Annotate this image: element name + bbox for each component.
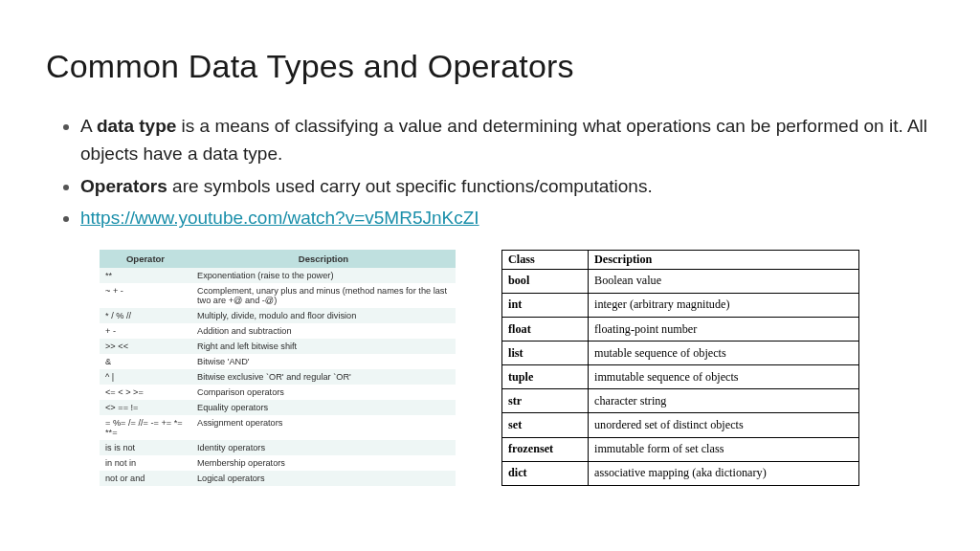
- col-description: Description: [589, 250, 859, 269]
- table-row: **Exponentiation (raise to the power): [100, 268, 456, 283]
- cell-desc: Bitwise 'AND': [191, 354, 456, 369]
- cell-desc: associative mapping (aka dictionary): [589, 461, 859, 485]
- table-row: >> <<Right and left bitwise shift: [100, 339, 456, 354]
- table-row: boolBoolean value: [502, 269, 859, 293]
- class-table: Class Description boolBoolean value inti…: [501, 250, 859, 486]
- cell-desc: Multiply, divide, modulo and floor divis…: [191, 308, 456, 323]
- cell-desc: immutable sequence of objects: [589, 365, 859, 389]
- table-row: listmutable sequence of objects: [502, 342, 859, 365]
- table-row: frozensetimmutable form of set class: [502, 437, 859, 461]
- cell-desc: immutable form of set class: [589, 437, 859, 461]
- cell-desc: Logical operators: [191, 471, 456, 486]
- cell-class: list: [502, 342, 589, 365]
- col-class: Class: [502, 250, 589, 269]
- bold-term: Operators: [80, 176, 167, 196]
- cell-op: ~ + -: [100, 283, 191, 308]
- bullet-data-type: A data type is a means of classifying a …: [80, 112, 934, 168]
- table-row: tupleimmutable sequence of objects: [502, 365, 859, 389]
- cell-op: ^ |: [100, 369, 191, 385]
- cell-desc: Assignment operators: [191, 415, 456, 440]
- table-row: ^ |Bitwise exclusive `OR' and regular `O…: [100, 369, 456, 385]
- cell-desc: Equality operators: [191, 400, 456, 415]
- table-row: <= < > >=Comparison operators: [100, 385, 456, 400]
- cell-desc: character string: [589, 389, 859, 413]
- table-row: not or andLogical operators: [100, 471, 456, 486]
- table-header-row: Class Description: [502, 250, 859, 269]
- col-operator: Operator: [100, 250, 191, 268]
- cell-op: = %= /= //= -= += *= **=: [100, 415, 191, 440]
- table-row: <> == !=Equality operators: [100, 400, 456, 415]
- table-row: intinteger (arbitrary magnitude): [502, 293, 859, 317]
- table-row: dictassociative mapping (aka dictionary): [502, 461, 859, 485]
- cell-desc: Right and left bitwise shift: [191, 339, 456, 354]
- youtube-link[interactable]: https://www.youtube.com/watch?v=v5MR5JnK…: [80, 208, 479, 228]
- cell-desc: unordered set of distinct objects: [589, 413, 859, 437]
- cell-desc: Boolean value: [589, 269, 859, 293]
- col-description: Description: [191, 250, 456, 268]
- cell-class: int: [502, 293, 589, 317]
- cell-op: in not in: [100, 455, 191, 471]
- table-row: strcharacter string: [502, 389, 859, 413]
- cell-op: **: [100, 268, 191, 283]
- cell-desc: floating-point number: [589, 317, 859, 341]
- cell-op: * / % //: [100, 308, 191, 323]
- bullet-link: https://www.youtube.com/watch?v=v5MR5JnK…: [80, 204, 934, 231]
- text: is a means of classifying a value and de…: [80, 116, 927, 164]
- page-title: Common Data Types and Operators: [46, 48, 934, 85]
- bullet-operators: Operators are symbols used carry out spe…: [80, 172, 934, 200]
- cell-op: >> <<: [100, 339, 191, 354]
- cell-desc: Identity operators: [191, 440, 456, 455]
- text: are symbols used carry out specific func…: [167, 176, 653, 196]
- cell-op: <= < > >=: [100, 385, 191, 400]
- cell-desc: Bitwise exclusive `OR' and regular `OR': [191, 369, 456, 385]
- cell-desc: Exponentiation (raise to the power): [191, 268, 456, 283]
- cell-class: float: [502, 317, 589, 341]
- bold-term: data type: [97, 116, 176, 136]
- cell-op: + -: [100, 323, 191, 339]
- cell-op: is is not: [100, 440, 191, 455]
- cell-op: <> == !=: [100, 400, 191, 415]
- cell-class: str: [502, 389, 589, 413]
- cell-class: tuple: [502, 365, 589, 389]
- cell-class: dict: [502, 461, 589, 485]
- table-row: setunordered set of distinct objects: [502, 413, 859, 437]
- text: A: [80, 116, 97, 136]
- table-row: floatfloating-point number: [502, 317, 859, 341]
- cell-op: &: [100, 354, 191, 369]
- cell-desc: mutable sequence of objects: [589, 342, 859, 365]
- table-row: ~ + -Ccomplement, unary plus and minus (…: [100, 283, 456, 308]
- table-header-row: Operator Description: [100, 250, 456, 268]
- table-row: &Bitwise 'AND': [100, 354, 456, 369]
- bullet-list: A data type is a means of classifying a …: [46, 112, 934, 232]
- cell-op: not or and: [100, 471, 191, 486]
- cell-class: set: [502, 413, 589, 437]
- cell-desc: Comparison operators: [191, 385, 456, 400]
- tables-row: Operator Description **Exponentiation (r…: [46, 250, 934, 486]
- table-row: = %= /= //= -= += *= **=Assignment opera…: [100, 415, 456, 440]
- cell-desc: Addition and subtraction: [191, 323, 456, 339]
- table-row: is is notIdentity operators: [100, 440, 456, 455]
- cell-class: bool: [502, 269, 589, 293]
- cell-desc: integer (arbitrary magnitude): [589, 293, 859, 317]
- table-row: in not inMembership operators: [100, 455, 456, 471]
- table-row: * / % //Multiply, divide, modulo and flo…: [100, 308, 456, 323]
- cell-desc: Ccomplement, unary plus and minus (metho…: [191, 283, 456, 308]
- slide: Common Data Types and Operators A data t…: [0, 0, 980, 551]
- cell-desc: Membership operators: [191, 455, 456, 471]
- operator-table: Operator Description **Exponentiation (r…: [100, 250, 456, 486]
- cell-class: frozenset: [502, 437, 589, 461]
- table-row: + -Addition and subtraction: [100, 323, 456, 339]
